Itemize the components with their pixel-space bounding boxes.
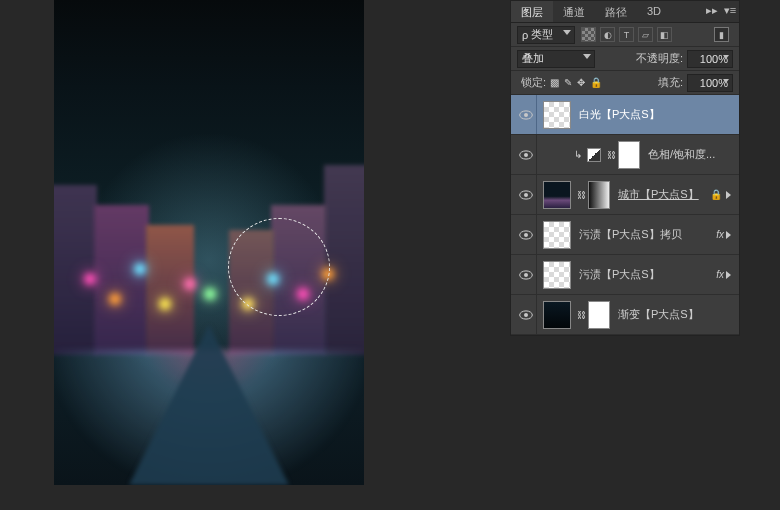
building — [324, 165, 364, 355]
fx-badge[interactable]: fx — [716, 269, 724, 280]
neon-light — [109, 293, 121, 305]
building — [54, 185, 97, 355]
eye-icon — [519, 230, 533, 240]
layer-row[interactable]: 污渍【P大点S】 fx — [511, 255, 739, 295]
filter-type-icon[interactable]: T — [619, 27, 634, 42]
clip-icon: ↳ — [571, 149, 585, 160]
expand-fx-icon[interactable] — [726, 271, 731, 279]
mask-link-icon[interactable]: ⛓ — [577, 190, 586, 200]
neon-light — [84, 273, 96, 285]
panel-tabs: 图层 通道 路径 3D ▸▸ ▾≡ — [511, 1, 739, 23]
blend-mode-select[interactable]: 叠加 — [517, 50, 595, 68]
blend-mode-label: 叠加 — [522, 51, 544, 66]
eye-icon — [519, 150, 533, 160]
neon-light — [134, 263, 146, 275]
visibility-toggle[interactable] — [515, 255, 537, 294]
mask-thumbnail[interactable] — [588, 181, 610, 209]
layer-thumbnail[interactable] — [543, 301, 571, 329]
visibility-toggle[interactable] — [515, 215, 537, 254]
mask-thumbnail[interactable] — [618, 141, 640, 169]
blend-row: 叠加 不透明度: 100% — [511, 47, 739, 71]
eye-icon — [519, 110, 533, 120]
layer-name[interactable]: 污渍【P大点S】拷贝 — [575, 227, 712, 242]
neon-light — [204, 288, 216, 300]
panel-menu-icon[interactable]: ▾≡ — [721, 1, 739, 22]
layer-thumbnail[interactable] — [543, 261, 571, 289]
layer-row[interactable]: ⛓ 城市【P大点S】 🔒 — [511, 175, 739, 215]
lock-label: 锁定: — [521, 75, 546, 90]
layer-row[interactable]: 污渍【P大点S】拷贝 fx — [511, 215, 739, 255]
opacity-label: 不透明度: — [636, 51, 683, 66]
svg-point-7 — [524, 233, 528, 237]
svg-point-5 — [524, 193, 528, 197]
document-canvas[interactable] — [54, 0, 364, 485]
panel-collapse-icon[interactable]: ▸▸ — [703, 1, 721, 22]
filter-adjust-icon[interactable]: ◐ — [600, 27, 615, 42]
lock-pixels-icon[interactable]: ▩ — [550, 77, 559, 88]
svg-point-1 — [524, 113, 528, 117]
opacity-input[interactable]: 100% — [687, 50, 733, 68]
filter-shape-icon[interactable]: ▱ — [638, 27, 653, 42]
layer-name[interactable]: 污渍【P大点S】 — [575, 267, 712, 282]
expand-fx-icon[interactable] — [726, 191, 731, 199]
tab-paths[interactable]: 路径 — [595, 1, 637, 22]
svg-point-11 — [524, 313, 528, 317]
tab-3d[interactable]: 3D — [637, 1, 671, 22]
filter-kind-select[interactable]: ρ类型 — [517, 26, 575, 44]
visibility-toggle[interactable] — [515, 95, 537, 134]
visibility-toggle[interactable] — [515, 175, 537, 214]
mask-thumbnail[interactable] — [588, 301, 610, 329]
eye-icon — [519, 190, 533, 200]
fill-label: 填充: — [658, 75, 683, 90]
lock-row: 锁定: ▩ ✎ ✥ 🔒 填充: 100% — [511, 71, 739, 95]
layer-name[interactable]: 城市【P大点S】 — [614, 187, 710, 202]
layers-panel: 图层 通道 路径 3D ▸▸ ▾≡ ρ类型 ◐ T ▱ ◧ ▮ 叠加 不透明度:… — [510, 0, 740, 336]
lock-all-icon[interactable]: 🔒 — [590, 77, 602, 88]
filter-kind-label: 类型 — [531, 27, 553, 42]
svg-point-3 — [524, 153, 528, 157]
adjustment-icon[interactable] — [587, 148, 601, 162]
svg-point-9 — [524, 273, 528, 277]
spacer — [671, 1, 703, 22]
filter-toggle[interactable]: ▮ — [714, 27, 729, 42]
expand-fx-icon[interactable] — [726, 231, 731, 239]
layer-row[interactable]: 白光【P大点S】 — [511, 95, 739, 135]
layer-row[interactable]: ⛓ 渐变【P大点S】 — [511, 295, 739, 335]
layer-filter-row: ρ类型 ◐ T ▱ ◧ ▮ — [511, 23, 739, 47]
lock-paint-icon[interactable]: ✎ — [564, 77, 572, 88]
tab-layers[interactable]: 图层 — [511, 1, 553, 22]
neon-light — [184, 278, 196, 290]
layer-thumbnail[interactable] — [543, 101, 571, 129]
filter-pixel-icon[interactable] — [581, 27, 596, 42]
mask-link-icon[interactable]: ⛓ — [607, 150, 616, 160]
river — [129, 325, 289, 485]
mask-link-icon[interactable]: ⛓ — [577, 310, 586, 320]
eye-icon — [519, 270, 533, 280]
visibility-toggle[interactable] — [515, 295, 537, 334]
layer-name[interactable]: 渐变【P大点S】 — [614, 307, 735, 322]
fx-badge[interactable]: fx — [716, 229, 724, 240]
filter-smart-icon[interactable]: ◧ — [657, 27, 672, 42]
layer-name[interactable]: 色相/饱和度... — [644, 147, 735, 162]
visibility-toggle[interactable] — [515, 135, 537, 174]
layer-row[interactable]: ↳ ⛓ 色相/饱和度... — [511, 135, 739, 175]
eye-icon — [519, 310, 533, 320]
layer-thumbnail[interactable] — [543, 181, 571, 209]
tab-channels[interactable]: 通道 — [553, 1, 595, 22]
neon-light — [159, 298, 171, 310]
layer-name[interactable]: 白光【P大点S】 — [575, 107, 735, 122]
lock-position-icon[interactable]: ✥ — [577, 77, 585, 88]
selection-marquee[interactable] — [228, 218, 330, 316]
layer-thumbnail[interactable] — [543, 221, 571, 249]
fill-input[interactable]: 100% — [687, 74, 733, 92]
lock-icon: 🔒 — [710, 189, 722, 200]
